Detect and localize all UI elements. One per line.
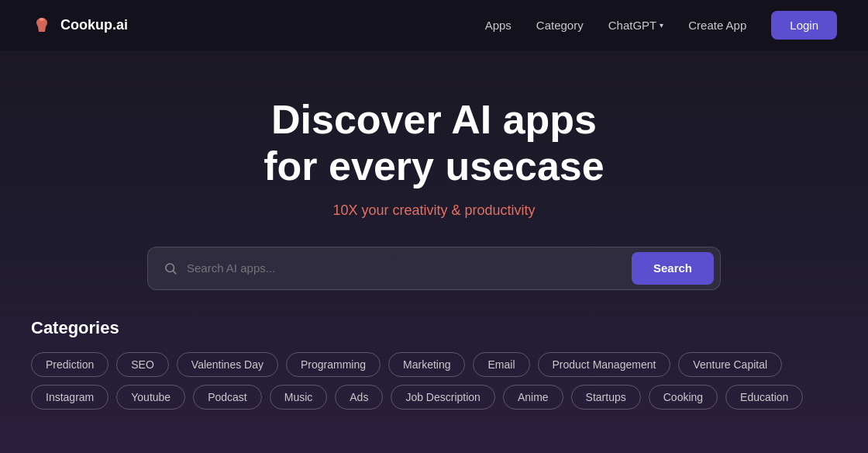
nav-category[interactable]: Category [536, 19, 584, 32]
search-icon [164, 261, 177, 275]
category-tag[interactable]: Music [270, 385, 328, 410]
navbar: Cookup.ai Apps Category ChatGPT ▾ Create… [0, 0, 868, 50]
logo-area: Cookup.ai [31, 15, 128, 36]
categories-title: Categories [31, 318, 837, 338]
svg-point-0 [40, 18, 44, 21]
category-tag[interactable]: Instagram [31, 385, 108, 410]
category-tag[interactable]: Product Management [538, 352, 671, 377]
chevron-down-icon: ▾ [660, 21, 663, 29]
category-tag[interactable]: Marketing [388, 352, 465, 377]
category-tag[interactable]: Podcast [193, 385, 262, 410]
logo-text: Cookup.ai [60, 17, 128, 33]
category-tag[interactable]: SEO [116, 352, 169, 377]
category-tag[interactable]: Ads [335, 385, 383, 410]
category-tag[interactable]: Youtube [116, 385, 185, 410]
category-tag[interactable]: Education [725, 385, 803, 410]
category-tag[interactable]: Cooking [649, 385, 718, 410]
nav-chatgpt[interactable]: ChatGPT ▾ [608, 19, 664, 32]
hero-section: Discover AI apps for every usecase 10X y… [0, 50, 868, 290]
category-tag[interactable]: Valentines Day [177, 352, 278, 377]
hero-title: Discover AI apps for every usecase [264, 97, 604, 190]
categories-section: Categories PredictionSEOValentines DayPr… [0, 290, 868, 410]
search-input[interactable] [187, 261, 632, 275]
logo-icon [31, 15, 53, 36]
category-tag[interactable]: Prediction [31, 352, 108, 377]
category-tag[interactable]: Programming [286, 352, 381, 377]
login-button[interactable]: Login [771, 11, 837, 40]
hero-subtitle: 10X your creativity & productivity [332, 202, 535, 219]
navbar-links: Apps Category ChatGPT ▾ Create App Login [485, 11, 837, 40]
category-tag[interactable]: Anime [503, 385, 563, 410]
category-tag[interactable]: Job Description [391, 385, 495, 410]
categories-list: PredictionSEOValentines DayProgrammingMa… [31, 352, 837, 410]
search-bar: Search [147, 247, 721, 290]
nav-apps[interactable]: Apps [485, 19, 512, 32]
category-tag[interactable]: Startups [571, 385, 641, 410]
nav-create-app[interactable]: Create App [688, 19, 746, 32]
category-tag[interactable]: Email [473, 352, 529, 377]
search-button[interactable]: Search [632, 252, 714, 285]
svg-line-2 [173, 271, 175, 273]
category-tag[interactable]: Venture Capital [678, 352, 782, 377]
